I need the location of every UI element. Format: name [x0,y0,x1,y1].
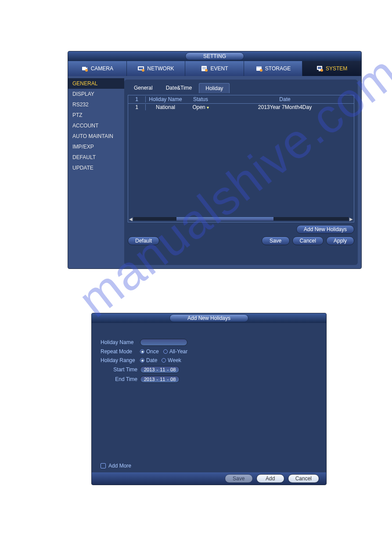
svg-point-4 [142,69,144,72]
svg-rect-10 [256,66,262,68]
sidebar-item-display[interactable]: DISPLAY [68,89,124,99]
repeat-once-radio[interactable]: Once [140,348,159,355]
settings-window: SETTING CAMERA NETWORK EVENT STORAGE SYS… [68,51,362,269]
repeat-allyear-radio[interactable]: All-Year [163,348,188,355]
svg-rect-14 [319,70,320,71]
th-date: Date [216,96,354,102]
horizontal-scrollbar[interactable]: ◀ ▶ [128,216,354,222]
topnav-camera[interactable]: CAMERA [68,61,127,76]
save-button[interactable]: Save [262,236,290,245]
scroll-left-icon[interactable]: ◀ [128,216,133,221]
scroll-right-icon[interactable]: ▶ [349,216,354,221]
day: 08 [170,377,176,382]
holiday-table: 1 Holiday Name Status Date 1 National Op… [128,95,354,222]
storage-icon [255,65,263,72]
svg-rect-3 [139,67,143,69]
year: 2013 [144,367,155,372]
apply-button[interactable]: Apply [326,236,354,245]
radio-dot-icon [163,349,168,354]
dialog-cancel-button[interactable]: Cancel [288,474,319,483]
sidebar-item-general[interactable]: GENERAL [68,78,124,89]
sidebar-item-update[interactable]: UPDATE [68,163,124,173]
repeat-mode-label: Repeat Mode [101,348,140,355]
radio-label: Date [146,357,157,363]
topnav-label: CAMERA [91,65,113,72]
subtab-general[interactable]: General [128,83,159,93]
dialog-footer: Save Add Cancel [92,472,326,485]
topnav-label: SYSTEM [326,65,347,72]
checkbox-icon [101,463,106,468]
holiday-range-label: Holiday Range [101,357,140,363]
svg-point-8 [205,69,208,72]
svg-point-1 [85,69,88,72]
subtabs: General Date&Time Holiday [128,83,354,93]
sidebar-item-account[interactable]: ACCOUNT [68,120,124,131]
dialog-titlebar: Add New Holidays [92,313,326,323]
svg-rect-7 [202,69,206,69]
radio-dot-icon [140,349,144,354]
start-time-input[interactable]: 2013- 11- 08 [140,366,180,373]
radio-label: Week [168,357,181,363]
year: 2013 [144,377,155,382]
window-titlebar: SETTING [68,51,361,61]
topnav-network[interactable]: NETWORK [127,61,186,76]
add-more-label: Add More [108,463,131,469]
day: 08 [170,367,176,372]
table-header: 1 Holiday Name Status Date [128,95,354,104]
sidebar-item-rs232[interactable]: RS232 [68,99,124,110]
svg-point-11 [260,69,263,72]
top-nav: CAMERA NETWORK EVENT STORAGE SYSTEM [68,61,361,76]
table-row[interactable]: 1 National Open 2013Year 7Month4Day [128,104,354,111]
end-time-input[interactable]: 2013- 11- 08 [140,376,180,383]
sidebar-item-impexp[interactable]: IMP/EXP [68,141,124,152]
radio-dot-icon [162,358,166,363]
window-title: SETTING [185,52,244,60]
subtab-datetime[interactable]: Date&Time [160,83,198,93]
month: 11 [160,367,165,372]
topnav-event[interactable]: EVENT [185,61,244,76]
month: 11 [160,377,165,382]
holiday-name-label: Holiday Name [101,339,140,345]
add-more-checkbox[interactable]: Add More [101,463,131,469]
default-button[interactable]: Default [128,236,159,245]
th-status: Status [185,96,216,102]
radio-label: Once [146,348,159,355]
sidebar-item-default[interactable]: DEFAULT [68,152,124,163]
svg-point-15 [320,69,323,72]
radio-dot-icon [140,358,144,363]
topnav-label: EVENT [210,65,228,72]
svg-rect-6 [202,67,206,68]
topnav-system[interactable]: SYSTEM [302,61,361,76]
sidebar-item-ptz[interactable]: PTZ [68,110,124,120]
add-new-holidays-button[interactable]: Add New Holidays [296,225,354,234]
topnav-label: NETWORK [147,65,174,72]
main-panel: General Date&Time Holiday 1 Holiday Name… [124,80,358,265]
network-icon [137,65,144,72]
cell-name: National [146,104,185,110]
event-icon [201,65,208,72]
system-icon [316,65,323,72]
cell-status-dropdown[interactable]: Open [185,104,216,110]
range-week-radio[interactable]: Week [162,357,181,363]
radio-label: All-Year [169,348,188,355]
subtab-holiday[interactable]: Holiday [199,83,230,93]
range-date-radio[interactable]: Date [140,357,157,363]
sidebar: GENERAL DISPLAY RS232 PTZ ACCOUNT AUTO M… [68,76,124,268]
end-time-label: End Time [101,376,140,382]
svg-rect-13 [318,67,321,69]
scroll-track[interactable] [133,217,349,221]
th-name: Holiday Name [146,96,185,102]
scroll-thumb[interactable] [176,217,273,221]
topnav-label: STORAGE [265,65,291,72]
topnav-storage[interactable]: STORAGE [244,61,303,76]
sidebar-item-automaintain[interactable]: AUTO MAINTAIN [68,131,124,141]
holiday-name-input[interactable] [140,339,187,346]
cell-index: 1 [128,104,146,110]
add-new-holidays-dialog: Add New Holidays Holiday Name Repeat Mod… [91,313,327,485]
dialog-title: Add New Holidays [169,314,248,322]
dialog-save-button[interactable]: Save [225,474,253,483]
dialog-add-button[interactable]: Add [256,474,284,483]
cancel-button[interactable]: Cancel [292,236,324,245]
start-time-label: Start Time [101,366,140,373]
camera-icon [81,65,88,72]
